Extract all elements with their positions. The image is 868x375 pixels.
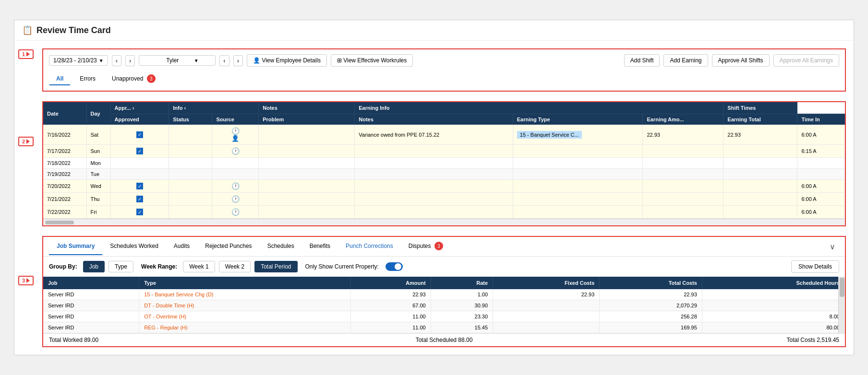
view-workrules-button[interactable]: ⊞ View Effective Workrules xyxy=(331,54,413,67)
checkbox-checked-icon: ✓ xyxy=(136,183,143,189)
cell-summary-job: Server IRD xyxy=(43,311,139,322)
cell-date: 7/17/2022 xyxy=(43,145,86,158)
col-date-header: Date xyxy=(43,102,86,125)
disputes-badge: 3 xyxy=(434,242,443,250)
cell-day: Wed xyxy=(86,180,110,193)
cell-summary-type: OT - Overtime (H) xyxy=(139,311,351,322)
date-next-button[interactable]: › xyxy=(125,55,135,66)
cell-approved[interactable]: ✓ xyxy=(110,145,169,158)
total-scheduled-label: Total Scheduled 88.00 xyxy=(313,337,576,343)
clock-icon: 🕐 xyxy=(231,147,240,155)
col-earning-type-header: Earning Type xyxy=(513,114,643,125)
filter-all-tab[interactable]: All xyxy=(49,72,71,85)
cell-summary-scheduled-hours xyxy=(702,300,844,311)
summary-row: Server IRDOT - Overtime (H)11.0023.30256… xyxy=(43,311,845,322)
view-employee-details-button[interactable]: 👤 View Employee Details xyxy=(247,54,327,67)
section-toolbar: 1/28/23 - 2/10/23 ▼ ‹ › Tyler ▼ ‹ › xyxy=(42,48,846,92)
total-costs-label: Total Costs 2,519.45 xyxy=(576,337,839,343)
add-shift-button[interactable]: Add Shift xyxy=(624,54,660,67)
cell-summary-scheduled-hours: 8.00 xyxy=(702,311,844,322)
week1-button[interactable]: Week 1 xyxy=(183,261,215,272)
summary-table: Job Type Amount Rate Fixed Costs Total C… xyxy=(43,277,845,333)
cell-source: 🕐 xyxy=(212,145,259,158)
total-period-button[interactable]: Total Period xyxy=(254,261,297,272)
cell-day: Fri xyxy=(86,206,110,219)
tab-rejected-punches[interactable]: Rejected Punches xyxy=(197,238,259,255)
cell-notes xyxy=(355,145,513,158)
cell-approved[interactable]: ✓ xyxy=(110,193,169,206)
cell-notes xyxy=(355,158,513,169)
employee-prev-button[interactable]: ‹ xyxy=(219,55,229,66)
cell-approved[interactable]: ✓ xyxy=(110,206,169,219)
cell-earning-amt xyxy=(643,169,723,180)
summary-row: Server IRDREG - Regular (H)11.0015.45169… xyxy=(43,322,845,333)
cell-summary-fixed-costs: 22.93 xyxy=(493,289,600,300)
cell-summary-fixed-costs xyxy=(493,300,600,311)
tab-disputes[interactable]: Disputes 3 xyxy=(401,237,451,256)
tab-audits[interactable]: Audits xyxy=(166,238,197,255)
cell-problem xyxy=(259,158,355,169)
show-details-button[interactable]: Show Details xyxy=(791,260,839,273)
step-label-2: 2 xyxy=(18,137,34,146)
tab-job-summary[interactable]: Job Summary xyxy=(49,238,102,255)
collapse-section-button[interactable]: ∨ xyxy=(826,238,839,255)
approve-all-shifts-button[interactable]: Approve All Shifts xyxy=(712,54,770,67)
employee-next-button[interactable]: › xyxy=(233,55,243,66)
group-by-job-button[interactable]: Job xyxy=(83,261,105,272)
cell-earning-type xyxy=(513,206,643,219)
cell-approved[interactable] xyxy=(110,169,169,180)
cell-approved[interactable]: ✓ xyxy=(110,180,169,193)
timecard-table: Date Day Appr... › Info ‹ Notes Earning … xyxy=(43,102,845,219)
cell-earning-total xyxy=(723,169,797,180)
cell-earning-type: 15 - Banquet Service C... xyxy=(513,125,643,145)
cell-summary-amount: 22.93 xyxy=(350,289,431,300)
tab-benefits[interactable]: Benefits xyxy=(302,238,338,255)
current-property-toggle[interactable] xyxy=(386,262,403,271)
cell-approved[interactable]: ✓ xyxy=(110,125,169,145)
date-range-select[interactable]: 1/28/23 - 2/10/23 ▼ xyxy=(49,55,108,66)
col-problem-header: Problem xyxy=(259,114,355,125)
only-show-label: Only Show Current Property: xyxy=(305,263,379,270)
col-total-costs-header: Total Costs xyxy=(600,277,702,289)
scroll-indicator[interactable] xyxy=(838,277,845,333)
cell-problem xyxy=(259,193,355,206)
cell-earning-type xyxy=(513,145,643,158)
add-earning-button[interactable]: Add Earning xyxy=(663,54,708,67)
col-type-header: Type xyxy=(139,277,351,289)
cell-source: 🕐 xyxy=(212,206,259,219)
summary-row: Server IRDDT - Double Time (H)67.0030.90… xyxy=(43,300,845,311)
cell-summary-amount: 11.00 xyxy=(350,311,431,322)
week-range-label: Week Range: xyxy=(141,263,177,270)
bottom-tabs-row: Job Summary Schedules Worked Audits Reje… xyxy=(43,237,845,257)
week2-button[interactable]: Week 2 xyxy=(219,261,251,272)
cell-source: 🕐👤 xyxy=(212,125,259,145)
cell-date: 7/22/2022 xyxy=(43,206,86,219)
cell-earning-type xyxy=(513,158,643,169)
tab-schedules-worked[interactable]: Schedules Worked xyxy=(102,238,166,255)
unapproved-badge: 3 xyxy=(147,74,156,83)
filter-errors-tab[interactable]: Errors xyxy=(72,72,103,85)
cell-source: 🕐 xyxy=(212,180,259,193)
cell-summary-job: Server IRD xyxy=(43,322,139,333)
col-scheduled-hours-header: Scheduled Hours xyxy=(702,277,844,289)
date-prev-button[interactable]: ‹ xyxy=(112,55,121,66)
cell-problem xyxy=(259,206,355,219)
summary-footer: Total Worked 89.00 Total Scheduled 88.00… xyxy=(43,333,845,346)
col-earning-info-header: Earning Info xyxy=(355,102,723,114)
approve-all-earnings-button[interactable]: Approve All Earnings xyxy=(773,54,839,67)
col-day-header: Day xyxy=(86,102,110,125)
cell-summary-scheduled-hours xyxy=(702,289,844,300)
cell-time-in: 6:00 A xyxy=(797,180,845,193)
filter-unapproved-tab[interactable]: Unapproved 3 xyxy=(105,71,163,86)
cell-summary-total-costs: 2,070.29 xyxy=(600,300,702,311)
cell-summary-type: REG - Regular (H) xyxy=(139,322,351,333)
timecard-table-wrapper[interactable]: Date Day Appr... › Info ‹ Notes Earning … xyxy=(43,102,845,225)
tab-schedules[interactable]: Schedules xyxy=(260,238,302,255)
employee-select[interactable]: Tyler ▼ xyxy=(139,55,216,66)
tab-punch-corrections[interactable]: Punch Corrections xyxy=(338,238,401,255)
cell-approved[interactable] xyxy=(110,158,169,169)
table-row: 7/22/2022Fri✓🕐6:00 A xyxy=(43,206,845,219)
step-label-1: 1 xyxy=(18,49,34,59)
group-by-type-button[interactable]: Type xyxy=(108,261,133,272)
col-notes-header: Notes xyxy=(355,114,513,125)
